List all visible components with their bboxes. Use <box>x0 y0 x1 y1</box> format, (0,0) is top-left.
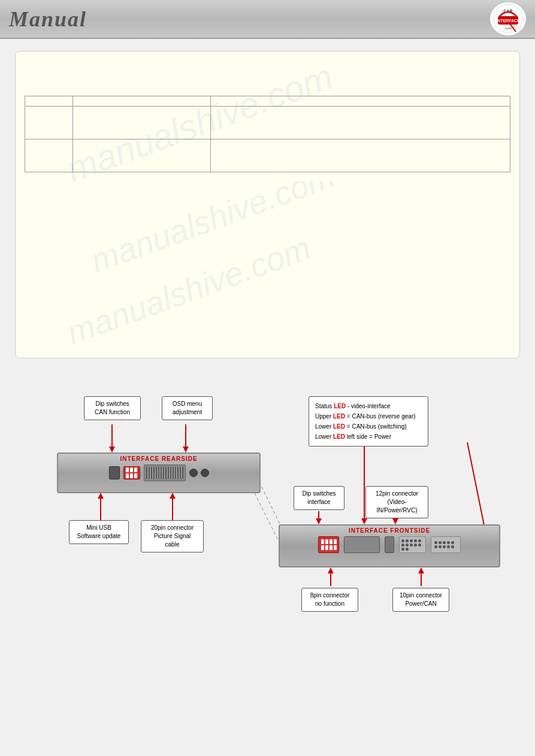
status-led-lower: Lower LED = CAN-bus (switching) <box>315 423 407 430</box>
12pin-label: 12pin connector(Video-IN/Power/RVC) <box>376 490 418 514</box>
diagram-wrapper: Dip switchesCAN function OSD menuadjustm… <box>15 391 520 643</box>
dip-switches-label: Dip switchesCAN function <box>95 400 130 415</box>
svg-marker-10 <box>183 447 189 453</box>
callout-status-led: Status LED - video-interface Upper LED =… <box>309 396 428 447</box>
svg-marker-16 <box>361 518 367 524</box>
ribbon-connector <box>144 464 186 481</box>
status-led-power: Lower LED left side = Power <box>315 433 391 440</box>
svg-marker-8 <box>109 447 115 453</box>
table-row-1-col3 <box>211 107 510 139</box>
diagram-section: Dip switchesCAN function OSD menuadjustm… <box>0 385 535 655</box>
callout-dip-switches: Dip switchesCAN function <box>84 396 141 420</box>
dot-connector-2 <box>201 469 209 477</box>
10pin-socket <box>431 536 461 553</box>
logo-container: CAR INTERFACE .com <box>490 2 526 35</box>
mini-usb-connector <box>109 466 120 479</box>
small-connector <box>385 536 394 553</box>
dot-connectors <box>189 469 209 477</box>
callout-12pin: 12pin connector(Video-IN/Power/RVC) <box>365 486 428 518</box>
callout-10pin: 10pin connectorPower/CAN <box>392 588 449 612</box>
dip-front-connector <box>318 536 339 553</box>
svg-marker-18 <box>316 518 322 524</box>
table-row-2-col1 <box>25 139 73 172</box>
frontside-connectors <box>312 535 467 554</box>
table-row-1-col1 <box>25 107 73 139</box>
8pin-label: 8pin connectorno function <box>310 592 350 607</box>
rearside-label: INTERFACE REARSIDE <box>120 454 197 463</box>
svg-marker-20 <box>392 518 398 524</box>
callout-20pin: 20pin connectorPicture Signal cable <box>141 520 204 552</box>
page-content: manualshive.com <box>0 39 535 385</box>
frontside-label: INTERFACE FRONTSIDE <box>349 526 430 535</box>
info-table <box>25 96 510 172</box>
status-led-upper: Upper LED = CAN-bus (reverse gear) <box>315 413 416 420</box>
table-header-col1 <box>25 96 73 107</box>
page-title: Manual <box>9 7 87 32</box>
callout-dip-interface: Dip switchesinterface <box>294 486 344 510</box>
svg-marker-12 <box>98 493 104 499</box>
svg-marker-14 <box>170 493 176 499</box>
svg-text:INTERFACE: INTERFACE <box>496 19 520 23</box>
table-row-2-col2 <box>73 139 211 172</box>
20pin-label: 20pin connectorPicture Signal cable <box>151 524 194 548</box>
page-header: Manual CAR INTERFACE .com <box>0 0 535 39</box>
dot-connector-1 <box>189 469 198 477</box>
rearside-connectors <box>103 463 215 482</box>
callout-8pin: 8pin connectorno function <box>301 588 358 612</box>
frontside-interface-box: INTERFACE FRONTSIDE <box>279 524 500 567</box>
10pin-label: 10pin connectorPower/CAN <box>400 592 442 607</box>
table-row-2-col3 <box>211 139 510 172</box>
status-led-title: Status LED - video-interface <box>315 403 391 409</box>
svg-marker-22 <box>328 567 334 573</box>
callout-osd-menu: OSD menuadjustment <box>162 396 213 420</box>
12pin-socket <box>399 536 426 553</box>
callout-mini-usb: Mini USBSoftware update <box>69 520 129 544</box>
table-row-1-col2 <box>73 107 211 139</box>
svg-text:.com: .com <box>504 26 512 30</box>
table-header-col3 <box>211 96 510 107</box>
mini-usb-label: Mini USBSoftware update <box>77 524 121 539</box>
dip-interface-label: Dip switchesinterface <box>302 490 335 505</box>
wide-connector <box>344 536 380 553</box>
osd-menu-label: OSD menuadjustment <box>173 400 202 415</box>
table-header-col2 <box>73 96 211 107</box>
rearside-interface-box: INTERFACE REARSIDE <box>57 453 261 493</box>
yellow-section: manualshive.com <box>15 51 520 359</box>
svg-marker-24 <box>418 567 424 573</box>
logo-box: CAR INTERFACE .com <box>490 2 526 35</box>
dip-switch-connector <box>123 466 140 479</box>
